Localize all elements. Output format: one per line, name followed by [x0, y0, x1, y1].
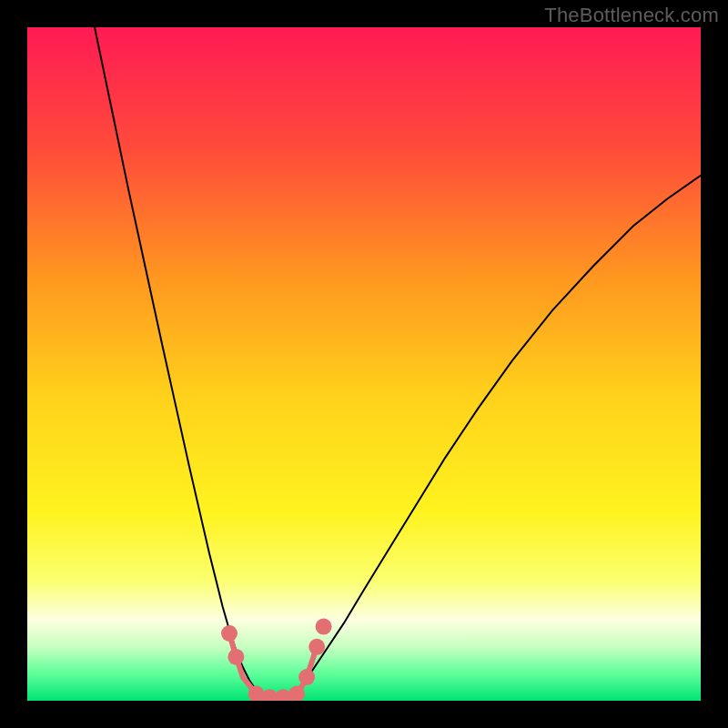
plot-frame — [27, 27, 701, 701]
valley-marker — [221, 625, 238, 642]
chart-background — [27, 27, 701, 701]
valley-marker — [298, 669, 315, 685]
valley-marker — [316, 619, 332, 635]
watermark-text: TheBottleneck.com — [544, 4, 719, 27]
valley-marker — [308, 639, 325, 655]
bottleneck-chart — [27, 27, 701, 701]
valley-marker — [228, 649, 244, 665]
